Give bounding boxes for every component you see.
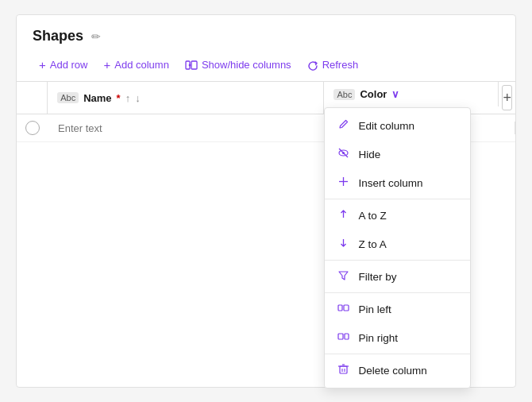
separator-2: [325, 260, 470, 261]
menu-label-z-to-a: Z to A: [358, 238, 386, 250]
toolbar: + Add row + Add column Show/hide columns: [17, 51, 515, 82]
a-to-z-icon: [336, 208, 350, 222]
main-card: Shapes ✏ + Add row + Add column Show/hid…: [16, 14, 516, 388]
add-row-button[interactable]: + Add row: [33, 55, 94, 75]
columns-icon: [185, 57, 198, 72]
color-col-label: Color: [360, 88, 387, 100]
insert-column-icon: [336, 176, 350, 190]
color-type-badge: Abc: [333, 89, 355, 100]
pin-left-icon: [336, 302, 350, 316]
row-name-cell: [48, 114, 341, 141]
edit-column-icon: [336, 118, 350, 133]
sort-desc-icon[interactable]: ↓: [135, 92, 141, 104]
menu-label-pin-right: Pin right: [358, 332, 398, 344]
svg-rect-12: [338, 305, 342, 311]
row-name-input[interactable]: [58, 122, 330, 134]
hide-icon: [336, 147, 350, 161]
separator-1: [325, 199, 470, 199]
menu-label-filter-by: Filter by: [358, 271, 396, 283]
refresh-button[interactable]: Refresh: [301, 55, 365, 75]
menu-label-edit-column: Edit column: [358, 120, 414, 132]
name-type-badge: Abc: [57, 92, 79, 103]
menu-item-pin-right[interactable]: Pin right: [325, 323, 470, 352]
svg-rect-13: [344, 305, 349, 311]
column-dropdown-menu: Edit column Hide: [324, 107, 471, 388]
svg-rect-14: [338, 334, 343, 339]
svg-rect-15: [345, 334, 349, 339]
svg-marker-11: [339, 272, 348, 280]
menu-item-pin-left[interactable]: Pin left: [325, 295, 470, 323]
menu-label-delete-column: Delete column: [358, 365, 426, 377]
card-header: Shapes ✏: [17, 15, 515, 51]
pin-right-icon: [336, 330, 350, 345]
z-to-a-icon: [336, 237, 350, 251]
menu-item-z-to-a[interactable]: Z to A: [325, 230, 470, 258]
required-star: *: [117, 92, 121, 104]
name-col-label: Name: [83, 92, 111, 104]
checkbox-header: [17, 82, 48, 114]
menu-item-delete-column[interactable]: Delete column: [325, 356, 470, 385]
column-header-color[interactable]: Abc Color ∨: [324, 82, 499, 106]
separator-4: [325, 354, 470, 354]
plus-icon-2: +: [103, 58, 110, 72]
menu-label-pin-left: Pin left: [358, 303, 391, 315]
menu-item-insert-column[interactable]: Insert column: [325, 168, 470, 197]
menu-item-edit-column[interactable]: Edit column: [325, 111, 470, 140]
row-checkbox[interactable]: [25, 121, 40, 135]
menu-item-a-to-z[interactable]: A to Z: [325, 201, 470, 230]
row-checkbox-cell: [17, 114, 48, 141]
refresh-icon: [307, 58, 318, 72]
table: Abc Name * ↑ ↓ Abc Color ∨: [17, 82, 515, 142]
add-column-icon-button[interactable]: +: [502, 85, 512, 110]
menu-item-filter-by[interactable]: Filter by: [325, 262, 470, 291]
plus-icon: +: [39, 58, 46, 72]
column-header-color-wrapper: Abc Color ∨ Edit column: [324, 82, 499, 114]
separator-3: [325, 292, 470, 293]
delete-column-icon: [336, 363, 350, 377]
table-header: Abc Name * ↑ ↓ Abc Color ∨: [17, 82, 515, 114]
svg-rect-16: [340, 366, 347, 373]
color-dropdown-chevron[interactable]: ∨: [391, 88, 399, 100]
edit-title-icon[interactable]: ✏: [91, 30, 101, 43]
show-hide-button[interactable]: Show/hide columns: [179, 54, 298, 75]
menu-label-a-to-z: A to Z: [358, 210, 386, 222]
svg-rect-1: [191, 61, 197, 69]
sort-asc-icon[interactable]: ↑: [125, 92, 131, 104]
add-column-button[interactable]: + Add column: [97, 55, 175, 75]
column-header-name: Abc Name * ↑ ↓: [48, 82, 324, 114]
menu-item-hide[interactable]: Hide: [325, 140, 470, 168]
menu-label-insert-column: Insert column: [358, 177, 422, 189]
filter-icon: [336, 269, 350, 284]
page-title: Shapes: [33, 28, 83, 44]
menu-label-hide: Hide: [358, 149, 380, 160]
